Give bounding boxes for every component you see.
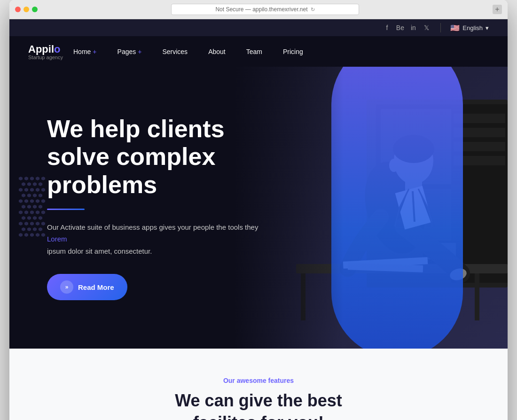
description-text-end: ipsum dolor sit amet, consectetur. xyxy=(47,247,152,255)
maximize-button[interactable] xyxy=(32,7,38,12)
features-section: Our awesome features We can give the bes… xyxy=(9,349,508,420)
hero-title: We help clients solve complex problems xyxy=(47,115,273,199)
features-subtitle: Our awesome features xyxy=(28,377,489,384)
browser-chrome: Not Secure — appilo.themexriver.net ↻ + xyxy=(9,0,508,19)
nav-item-home[interactable]: Home + xyxy=(63,36,107,67)
traffic-lights xyxy=(15,7,38,12)
button-label: Read More xyxy=(78,283,114,291)
nav-item-pricing[interactable]: Pricing xyxy=(273,36,313,67)
description-highlight: Lorem xyxy=(47,235,67,243)
social-icons: f Be in 𝕏 xyxy=(382,23,431,32)
behance-icon[interactable]: Be xyxy=(395,23,405,32)
nav-item-about[interactable]: About xyxy=(198,36,236,67)
top-bar: f Be in 𝕏 🇺🇸 English ▾ xyxy=(9,19,508,36)
facebook-icon[interactable]: f xyxy=(382,23,392,32)
language-label: English xyxy=(462,24,483,31)
browser-window: Not Secure — appilo.themexriver.net ↻ + … xyxy=(9,0,508,420)
minimize-button[interactable] xyxy=(24,7,29,12)
logo: Appilo Startup agency xyxy=(28,43,63,60)
language-selector[interactable]: 🇺🇸 English ▾ xyxy=(450,23,489,32)
logo-subtitle: Startup agency xyxy=(28,54,63,60)
nav-item-pages[interactable]: Pages + xyxy=(107,36,152,67)
hero-divider xyxy=(47,209,85,210)
nav-item-services[interactable]: Services xyxy=(152,36,198,67)
address-bar[interactable]: Not Secure — appilo.themexriver.net ↻ xyxy=(171,4,359,15)
hero-description: Our Activate suite of business apps give… xyxy=(47,221,258,257)
logo-accent: o xyxy=(54,43,60,55)
website-content: f Be in 𝕏 🇺🇸 English ▾ Appilo Startup ag… xyxy=(9,19,508,420)
refresh-icon[interactable]: ↻ xyxy=(311,7,315,13)
new-tab-button[interactable]: + xyxy=(493,5,502,14)
divider xyxy=(440,23,441,32)
description-text-start: Our Activate suite of business apps give… xyxy=(47,223,258,231)
features-title-line1: We can give the best xyxy=(175,391,342,410)
button-icon: » xyxy=(60,280,73,294)
nav-links: Home + Pages + Services About Team Prici… xyxy=(63,36,313,67)
hero-section: We help clients solve complex problems O… xyxy=(9,67,508,349)
linkedin-icon[interactable]: in xyxy=(408,23,418,32)
flag-icon: 🇺🇸 xyxy=(450,23,460,32)
features-title: We can give the best facilites for you! xyxy=(28,390,489,420)
navbar: Appilo Startup agency Home + Pages + Ser… xyxy=(9,36,508,67)
chevron-down-icon: ▾ xyxy=(486,24,489,31)
nav-item-team[interactable]: Team xyxy=(236,36,273,67)
close-button[interactable] xyxy=(15,7,21,12)
twitter-icon[interactable]: 𝕏 xyxy=(422,23,431,32)
read-more-button[interactable]: » Read More xyxy=(47,274,127,300)
features-title-line2: facilites for you! xyxy=(193,413,324,420)
address-text: Not Secure — appilo.themexriver.net xyxy=(215,6,307,13)
hero-content: We help clients solve complex problems O… xyxy=(9,78,291,338)
logo-text-main: Appil xyxy=(28,43,54,55)
